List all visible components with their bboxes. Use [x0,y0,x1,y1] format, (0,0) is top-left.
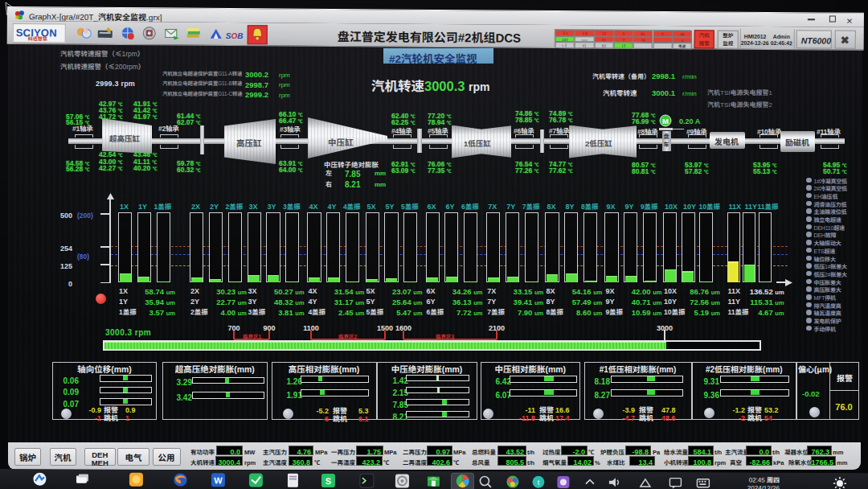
svg-text:S: S [326,474,331,487]
svg-text:M: M [662,115,669,126]
svg-text:W: W [214,473,223,486]
